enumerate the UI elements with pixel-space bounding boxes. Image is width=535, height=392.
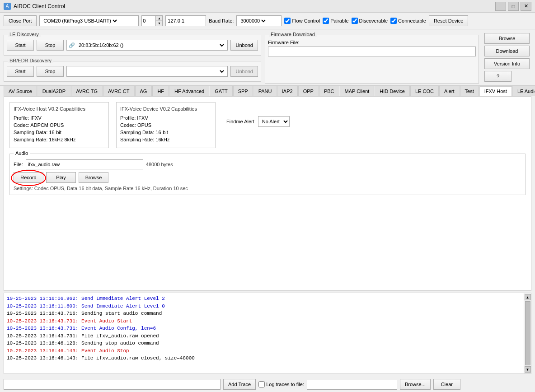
ifxv-host-area: IFX-Voice Host V0.2 Capabilities Profile… bbox=[4, 97, 531, 290]
tab-pbc[interactable]: PBC bbox=[319, 86, 339, 96]
download-button[interactable]: Download bbox=[484, 46, 530, 56]
tab-opp[interactable]: OPP bbox=[298, 86, 319, 96]
main-content: IFX-Voice Host V0.2 Capabilities Profile… bbox=[4, 96, 531, 291]
scroll-thumb[interactable] bbox=[525, 301, 530, 365]
right-buttons: Browse Download Version Info ? bbox=[483, 31, 531, 84]
host-profile: Profile: IFXV bbox=[14, 115, 105, 121]
device-sampling-data: Sampling Data: 16-bit bbox=[120, 130, 211, 135]
com-port-select[interactable]: COM20 (KitProg3 USB-UART) bbox=[39, 15, 139, 26]
log-entry: 10-25-2023 13:16:43.731: Event Audio Sta… bbox=[7, 317, 528, 325]
host-capabilities-title: IFX-Voice Host V0.2 Capabilities bbox=[14, 106, 105, 112]
log-area: 10-25-2023 13:16:06.962: Send Immediate … bbox=[4, 293, 531, 374]
audio-file-input[interactable] bbox=[26, 159, 143, 169]
tab-panu[interactable]: PANU bbox=[253, 86, 277, 96]
flow-control-check[interactable]: Flow Control bbox=[284, 18, 320, 24]
tab-avrc-ct[interactable]: AVRC CT bbox=[103, 86, 134, 96]
bredr-device-select[interactable] bbox=[66, 66, 228, 77]
log-entry: 10-25-2023 13:16:11.600: Send Immediate … bbox=[7, 303, 528, 310]
tab-hf[interactable]: HF bbox=[152, 86, 169, 96]
tab-le-coc[interactable]: LE COC bbox=[410, 86, 439, 96]
log-scrollbar[interactable]: ▲ ▼ bbox=[524, 293, 531, 373]
minimize-button[interactable]: — bbox=[495, 2, 506, 11]
pairable-check[interactable]: Pairable bbox=[323, 18, 348, 24]
firmware-file-label: Firmware File: bbox=[268, 40, 476, 45]
log-entry: 10-25-2023 13:16:46.143: Event Audio Sto… bbox=[7, 347, 528, 355]
window-controls[interactable]: — □ ✕ bbox=[495, 2, 531, 11]
host-codec: Codec: ADPCM OPUS bbox=[14, 122, 105, 128]
findme-alert-select[interactable]: No Alert bbox=[258, 116, 290, 127]
log-traces-check[interactable]: Log traces to file: bbox=[258, 381, 304, 387]
host-sampling-rate: Sampling Rate: 16kHz 8kHz bbox=[14, 137, 105, 142]
connectable-check[interactable]: Connectable bbox=[390, 18, 426, 24]
audio-buttons: Record Play Browse bbox=[14, 172, 521, 183]
host-sampling-data: Sampling Data: 16-bit bbox=[14, 130, 105, 135]
le-start-button[interactable]: Start bbox=[7, 40, 34, 51]
log-entry: 10-25-2023 13:16:43.731: Event Audio Con… bbox=[7, 325, 528, 332]
play-button[interactable]: Play bbox=[46, 172, 76, 183]
firmware-download-title: Firmware Download bbox=[269, 32, 317, 37]
tab-le-audio[interactable]: LE Audio bbox=[512, 86, 535, 96]
tab-spp[interactable]: SPP bbox=[233, 86, 253, 96]
tab-ag[interactable]: AG bbox=[135, 86, 152, 96]
tab-test[interactable]: Test bbox=[460, 86, 479, 96]
com-port-dropdown[interactable]: COM20 (KitProg3 USB-UART) bbox=[42, 18, 118, 24]
le-stop-button[interactable]: Stop bbox=[37, 40, 64, 51]
tab-dual-a2dp[interactable]: DualA2DP bbox=[38, 86, 70, 96]
add-trace-button[interactable]: Add Trace bbox=[223, 379, 256, 390]
device-codec: Codec: OPUS bbox=[120, 122, 211, 128]
tab-iap2[interactable]: iAP2 bbox=[277, 86, 297, 96]
tab-gatt[interactable]: GATT bbox=[210, 86, 233, 96]
reset-device-button[interactable]: Reset Device bbox=[429, 15, 468, 26]
tab-hf-advanced[interactable]: HF Advanced bbox=[169, 86, 209, 96]
firmware-file-input[interactable] bbox=[268, 47, 476, 56]
scroll-up-button[interactable]: ▲ bbox=[525, 294, 531, 300]
maximize-button[interactable]: □ bbox=[508, 2, 519, 11]
tab-map-client[interactable]: MAP Client bbox=[340, 86, 375, 96]
tabs-container: AV Source DualA2DP AVRC TG AVRC CT AG HF… bbox=[0, 85, 535, 96]
close-button[interactable]: ✕ bbox=[521, 2, 531, 11]
audio-browse-button[interactable]: Browse bbox=[79, 172, 108, 183]
baud-rate-dropdown[interactable]: 3000000 bbox=[239, 18, 267, 24]
port-number-input[interactable] bbox=[142, 18, 155, 23]
port-down-arrow[interactable]: ▼ bbox=[156, 21, 162, 26]
tab-av-source[interactable]: AV Source bbox=[4, 86, 37, 96]
le-device-select[interactable]: 🔗 20:83:5b:16:0b:62 () bbox=[66, 40, 228, 51]
device-sampling-rate: Sampling Rate: 16kHz bbox=[120, 137, 211, 142]
ip-address-input[interactable] bbox=[165, 15, 206, 26]
discoverable-check[interactable]: Discoverable bbox=[352, 18, 388, 24]
tab-ifxv-host[interactable]: IFXV Host bbox=[479, 86, 512, 96]
question-button[interactable]: ? bbox=[484, 71, 512, 82]
bredr-discovery-title: BR/EDR Discovery bbox=[8, 58, 53, 63]
tab-hid-device[interactable]: HID Device bbox=[375, 86, 410, 96]
app-title: AIROC Client Control bbox=[14, 3, 495, 9]
browse-firmware-button[interactable]: Browse bbox=[484, 33, 530, 44]
log-file-input[interactable] bbox=[307, 379, 397, 390]
tab-alert[interactable]: Alert bbox=[439, 86, 460, 96]
clear-button[interactable]: Clear bbox=[433, 379, 460, 390]
bredr-unbond-button[interactable]: Unbond bbox=[230, 66, 258, 77]
le-unbond-button[interactable]: Unbond bbox=[230, 40, 258, 51]
tab-avrc-tg[interactable]: AVRC TG bbox=[71, 86, 103, 96]
log-entry: 10-25-2023 13:16:06.962: Send Immediate … bbox=[7, 295, 528, 303]
audio-file-row: File: 48000 bytes bbox=[14, 159, 521, 169]
trace-input[interactable] bbox=[4, 379, 221, 390]
le-discovery-panel: LE Discovery Start Stop 🔗 20:83:5b:16:0b… bbox=[4, 35, 261, 56]
bredr-stop-button[interactable]: Stop bbox=[37, 66, 64, 77]
port-up-arrow[interactable]: ▲ bbox=[156, 16, 162, 21]
version-info-button[interactable]: Version Info bbox=[484, 58, 530, 69]
log-traces-checkbox[interactable] bbox=[258, 381, 265, 387]
log-browse-button[interactable]: Browse... bbox=[400, 379, 431, 390]
audio-settings: Settings: Codec OPUS, Data 16 bit data, … bbox=[14, 186, 521, 191]
scroll-down-button[interactable]: ▼ bbox=[525, 366, 531, 373]
le-device-dropdown[interactable]: 20:83:5b:16:0b:62 () bbox=[77, 42, 225, 48]
log-traces-label: Log traces to file: bbox=[266, 382, 304, 387]
close-port-button[interactable]: Close Port bbox=[4, 15, 37, 26]
toolbar: Close Port COM20 (KitProg3 USB-UART) ▲ ▼… bbox=[0, 13, 535, 29]
bredr-device-dropdown[interactable] bbox=[69, 68, 225, 75]
device-capabilities-box: IFX-Voice Device V0.2 Capabilities Profi… bbox=[116, 102, 216, 148]
bottom-bar: Add Trace Log traces to file: Browse... … bbox=[0, 376, 535, 392]
bredr-start-button[interactable]: Start bbox=[7, 66, 34, 77]
baud-rate-select[interactable]: 3000000 bbox=[236, 15, 282, 26]
record-button[interactable]: Record bbox=[14, 172, 43, 183]
host-capabilities-box: IFX-Voice Host V0.2 Capabilities Profile… bbox=[9, 102, 109, 148]
